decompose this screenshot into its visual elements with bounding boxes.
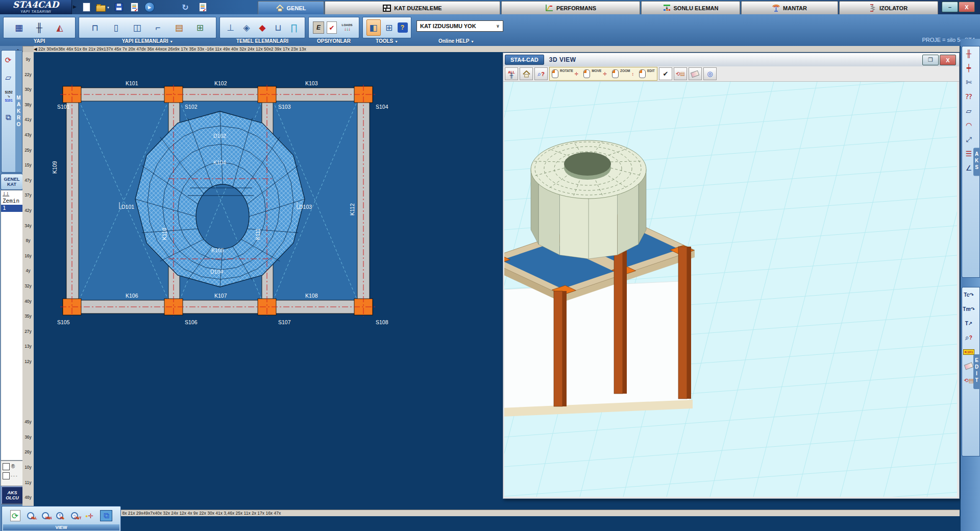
retaining-wall-icon[interactable]: ◭ [53, 20, 66, 35]
macro-window-icon[interactable]: ⧉ [2, 111, 15, 124]
axis-stretch-icon[interactable]: ⤢ [962, 132, 975, 147]
tab-sonlu-eleman[interactable]: SONLU ELEMAN [641, 1, 740, 14]
checklist-button[interactable]: ✔ [197, 2, 208, 13]
grid-window-icon[interactable]: ⊞ [382, 20, 396, 35]
macro-plane-icon[interactable]: ▱ [2, 71, 15, 84]
pan-icon[interactable]: ⧉ [100, 510, 112, 521]
view-toolbar-title: VIEW [3, 524, 119, 530]
rotate-icon: ⟲ [676, 71, 680, 77]
zoom-in-button[interactable]: +IN [56, 512, 64, 520]
mouse-move-mode[interactable]: MOVE✛ [583, 69, 607, 78]
column-rect-icon[interactable]: ◫ [130, 20, 143, 35]
masonry-wall-icon[interactable]: ▤ [173, 20, 186, 35]
group-yapi-elemanlari: ⊓ ▯ ◫ ⌐ ▤ ⊞ YAPI ELEMANLARI ▼ [79, 17, 216, 45]
kat-izdusumu-dropdown[interactable]: KAT IZDUSUMU YOK ∨ [416, 20, 503, 32]
run-analysis-button[interactable]: ▶ [144, 2, 155, 13]
axis-dimension-icon[interactable]: ╫ [962, 46, 975, 61]
shell-foundation-icon[interactable]: ◆ [256, 20, 269, 35]
axis-query-icon[interactable]: ⁇ [962, 89, 975, 104]
bottom-ruler[interactable]: 18x 1x 7x 51x,50x28x,39xx 44xx ,23x ,13x… [34, 510, 960, 517]
building-icon[interactable]: ▦ [12, 20, 26, 35]
query-element-button[interactable]: ⌕? [534, 67, 548, 80]
macro-refresh-icon[interactable]: ⟳ [2, 54, 15, 67]
floor-list-item-selected[interactable]: 1 [1, 205, 22, 212]
axis-parallel-icon[interactable]: ▱ [962, 104, 975, 118]
frame-icon[interactable]: ╫ [33, 20, 46, 35]
toggle-checkbox[interactable]: ✔ [659, 67, 672, 80]
erase-button[interactable] [689, 67, 702, 80]
show-all-frames-button[interactable]: ALL╫ [505, 67, 518, 80]
rotate-element-button[interactable]: ⟲▤ [674, 67, 687, 80]
floor-list-item[interactable]: ⊥⊥ [1, 190, 22, 198]
left-ruler[interactable]: 9y 22y 30y 38y 41y 43y 25y 15y 47y 37y 4… [22, 52, 34, 510]
viewer-3d-titlebar[interactable]: STA4-CAD 3D VIEW ❐ X [503, 53, 959, 67]
home-view-button[interactable] [520, 67, 533, 80]
soil-icon[interactable]: E [313, 21, 324, 34]
tab-sonlu-eleman-label: SONLU ELEMAN [674, 5, 719, 11]
pad-foundation-icon[interactable]: ◈ [240, 20, 253, 35]
help-book-icon[interactable]: ? [398, 22, 408, 33]
floor-plan-drawing[interactable]: K101 K102 K103 K106 K107 K108 S101 S102 … [34, 52, 503, 510]
axis-dash-option[interactable]: - - - [3, 472, 21, 479]
beam-icon[interactable]: ⊓ [88, 20, 102, 35]
mouse-edit-mode[interactable]: EDIT [639, 69, 655, 78]
find-element-icon[interactable]: ⌕? [962, 330, 975, 345]
axis-arc-icon[interactable]: ◠ [962, 118, 975, 132]
tab-mantar[interactable]: MANTAR [741, 1, 838, 14]
viewer-maximize-button[interactable]: ❐ [922, 55, 939, 65]
svg-text:S106: S106 [185, 319, 198, 325]
eraser-icon [691, 70, 700, 78]
new-file-button[interactable] [81, 2, 92, 13]
center-point-icon[interactable]: •✛ [85, 512, 93, 520]
svg-text:K112: K112 [349, 203, 355, 215]
tab-kat-duzenleme[interactable]: KAT DUZENLEME [325, 1, 500, 14]
print-preview-button[interactable]: ◎ [703, 67, 717, 80]
zoom-window-button[interactable]: WIN [42, 512, 50, 520]
aks-olcu-button[interactable]: AKS OLCU [1, 486, 23, 504]
magnifier-icon: ⌕ [537, 70, 541, 78]
minimize-button[interactable]: – [942, 2, 958, 12]
tab-performans[interactable]: PERFORMANS [501, 1, 640, 14]
svg-text:S104: S104 [376, 104, 388, 110]
online-help-label[interactable]: Online HELP ▼ [416, 38, 496, 44]
text-rotate-icon[interactable]: T↗ [962, 316, 975, 330]
pile-icon[interactable]: ∏ [287, 20, 301, 35]
collapse-arrow-icon[interactable]: ▶ [73, 4, 77, 9]
caret-icon: ▼ [169, 40, 173, 43]
axis-trim-icon[interactable]: ✄ [962, 75, 975, 89]
renumber-icon[interactable]: S152 ↘ S101 [2, 90, 15, 103]
zoom-all-button[interactable]: ALL [27, 512, 35, 520]
axis-circle-option[interactable]: ® [3, 463, 21, 470]
options-check-icon[interactable]: ✔ [327, 21, 337, 34]
redraw-icon[interactable]: ⟳ [10, 510, 20, 521]
refresh-button[interactable]: ↻ [180, 2, 191, 13]
tab-izolator[interactable]: IZOLATOR [839, 1, 938, 14]
edit-panel: Tc↷ Tm↷ T↗ ⌕? K101 ⟲▤ EDIT [962, 287, 980, 456]
makro-tab[interactable]: MAKRO [15, 51, 22, 172]
view-3d-cube-icon[interactable]: ◧ [366, 19, 381, 36]
loads-icon[interactable]: LOADS↓↓↓ [339, 20, 355, 35]
text-move-icon[interactable]: Tm↷ [962, 302, 975, 316]
save-button[interactable] [113, 2, 125, 13]
axis-insert-icon[interactable]: ┿ [962, 61, 975, 75]
open-file-button[interactable] [95, 2, 106, 13]
viewer-close-button[interactable]: X [940, 55, 956, 65]
edit-section-tab[interactable]: EDIT [973, 354, 980, 389]
report-button[interactable]: ✔ [129, 2, 140, 13]
strip-foundation-icon[interactable]: ⊔ [272, 20, 285, 35]
mouse-rotate-mode[interactable]: ROTATE✛ [552, 69, 578, 78]
footing-icon[interactable]: ⊥ [224, 20, 237, 35]
floor-list-item[interactable]: Zemin [1, 198, 22, 205]
aks-section-tab[interactable]: AKS [973, 148, 980, 176]
column-t-icon[interactable]: ▯ [109, 20, 122, 35]
zoom-out-button[interactable]: −OUT [71, 512, 79, 520]
polyline-wall-icon[interactable]: ⌐ [152, 20, 165, 35]
slab-icon[interactable]: ⊞ [193, 20, 207, 35]
close-button[interactable]: X [959, 2, 975, 12]
mouse-zoom-mode[interactable]: ZOOM↕ [612, 69, 634, 78]
tab-genel[interactable]: GENEL [258, 1, 324, 14]
text-copy-icon[interactable]: Tc↷ [962, 287, 975, 302]
svg-text:D102: D102 [213, 133, 226, 139]
open-caret-icon[interactable]: ▼ [107, 6, 110, 9]
viewer-3d-canvas[interactable] [504, 82, 957, 497]
